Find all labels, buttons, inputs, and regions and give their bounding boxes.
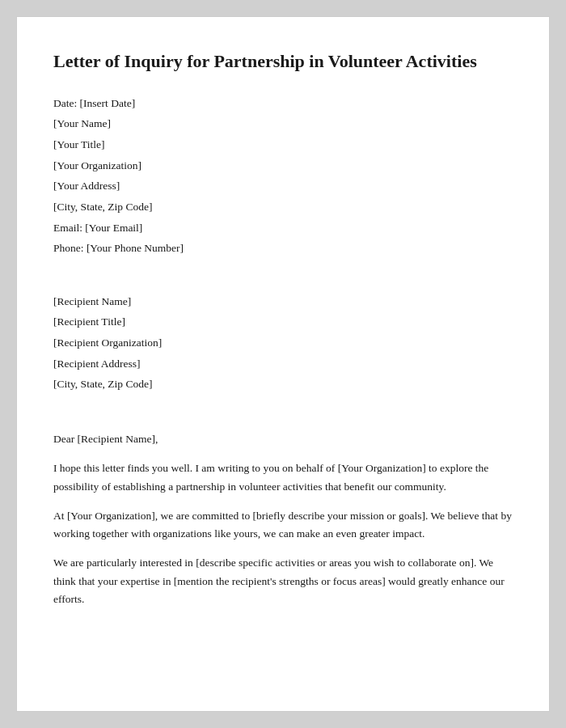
letter-page: Letter of Inquiry for Partnership in Vol…	[16, 16, 550, 712]
sender-email: Email: [Your Email]	[53, 218, 513, 239]
salutation: Dear [Recipient Name],	[53, 430, 513, 448]
recipient-name: [Recipient Name]	[53, 291, 513, 312]
paragraph-3: We are particularly interested in [descr…	[53, 554, 513, 608]
recipient-title: [Recipient Title]	[53, 311, 513, 332]
sender-phone: Phone: [Your Phone Number]	[53, 238, 513, 259]
spacer-1	[53, 275, 513, 291]
recipient-address: [Recipient Address]	[53, 353, 513, 375]
spacer-2	[53, 411, 513, 427]
sender-name: [Your Name]	[53, 113, 513, 134]
recipient-organization: [Recipient Organization]	[53, 332, 513, 353]
sender-date: Date: [Insert Date]	[53, 93, 513, 114]
sender-block: Date: [Insert Date] [Your Name] [Your Ti…	[53, 93, 513, 259]
letter-title: Letter of Inquiry for Partnership in Vol…	[53, 49, 513, 74]
paragraph-1: I hope this letter finds you well. I am …	[53, 459, 513, 496]
recipient-block: [Recipient Name] [Recipient Title] [Reci…	[53, 291, 513, 395]
sender-city: [City, State, Zip Code]	[53, 197, 513, 218]
sender-title: [Your Title]	[53, 134, 513, 155]
sender-organization: [Your Organization]	[53, 155, 513, 176]
paragraph-2: At [Your Organization], we are committed…	[53, 507, 513, 544]
recipient-city: [City, State, Zip Code]	[53, 374, 513, 395]
body-block: Dear [Recipient Name], I hope this lette…	[53, 430, 513, 608]
sender-address: [Your Address]	[53, 176, 513, 197]
